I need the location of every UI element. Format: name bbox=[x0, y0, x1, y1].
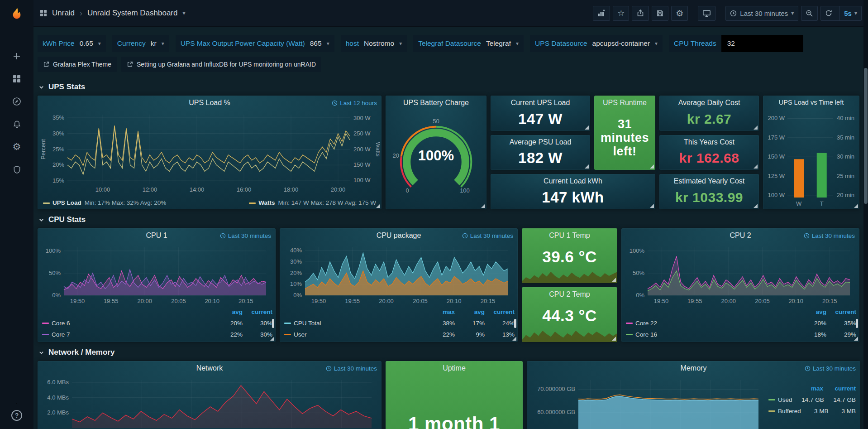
timerange-label: Last 12 hours bbox=[340, 100, 377, 106]
variable-host[interactable]: host Nostromo ▾ bbox=[341, 35, 407, 52]
cpu2-chart[interactable]: 19:5019:5520:0020:0520:1020:150%50%100% bbox=[623, 243, 856, 305]
legend-sort-max[interactable]: max bbox=[791, 385, 823, 392]
variable-value: Telegraf bbox=[486, 39, 511, 48]
variable-kwh-price[interactable]: kWh Price 0.65 ▾ bbox=[38, 35, 106, 52]
legend-row[interactable]: Core 2220%35% bbox=[626, 318, 856, 329]
panel-timerange[interactable]: Last 30 minutes bbox=[220, 232, 271, 239]
variable-telegraf-datasource[interactable]: Telegraf Datasource Telegraf ▾ bbox=[413, 35, 524, 52]
panel-average-daily-cost: Average Daily Cost kr 2.67 bbox=[659, 96, 759, 131]
panel-ups-runtime: UPS Runtime 31 minutes left! bbox=[594, 96, 655, 170]
network-chart[interactable]: 19:5019:5520:0020:0520:1020:152.0 MBs4.0… bbox=[39, 376, 378, 429]
legend-row[interactable]: User22%9%13% bbox=[284, 329, 515, 340]
legend-item[interactable]: WattsMin: 147 W Max: 278 W Avg: 175 W bbox=[249, 199, 376, 206]
panel-title[interactable]: Current UPS Load bbox=[491, 96, 590, 107]
ups-bar-chart[interactable]: 100 W125 W150 W175 W200 W20 min25 min30 … bbox=[764, 109, 858, 208]
legend-sort-avg[interactable]: avg bbox=[455, 308, 485, 315]
breadcrumb-section[interactable]: Unraid bbox=[52, 9, 75, 18]
template-variables-row: kWh Price 0.65 ▾ Currency kr ▾ UPS Max O… bbox=[38, 35, 864, 52]
cpu1-chart[interactable]: 19:5019:5520:0020:0520:1020:150%50%100% bbox=[39, 243, 272, 305]
memory-chart[interactable]: 19:5019:5520:0020:0520:1020:1550.000000 … bbox=[529, 376, 765, 429]
legend-sort-max[interactable]: max bbox=[425, 308, 455, 315]
legend-row[interactable]: Buffered3 MB3 MB bbox=[768, 405, 856, 417]
dashboard-grid-icon[interactable] bbox=[40, 10, 47, 17]
explore-icon[interactable] bbox=[6, 91, 27, 112]
link-grafana-plex-theme[interactable]: Grafana Plex Theme bbox=[38, 57, 117, 72]
add-panel-button[interactable] bbox=[593, 6, 610, 21]
legend-row[interactable]: Core 722%30% bbox=[42, 329, 272, 340]
dashboards-icon[interactable] bbox=[6, 68, 27, 89]
ups-load-legend: UPS LoadMin: 17% Max: 32% Avg: 20% Watts… bbox=[43, 199, 376, 206]
section-ups-stats[interactable]: UPS Stats bbox=[38, 78, 864, 96]
panel-title[interactable]: CPU 1 Temp bbox=[522, 228, 617, 240]
legend-row[interactable]: Core 1618%29% bbox=[626, 329, 856, 340]
panel-timerange[interactable]: Last 12 hours bbox=[332, 100, 377, 106]
grafana-logo[interactable] bbox=[9, 0, 25, 27]
cpu-package-chart[interactable]: 19:5019:5520:0020:0520:1020:150%10%20%30… bbox=[281, 243, 515, 305]
time-picker-button[interactable]: Last 30 minutes ▾ bbox=[725, 6, 798, 21]
panel-title[interactable]: Uptime bbox=[386, 361, 523, 372]
variable-currency[interactable]: Currency kr ▾ bbox=[112, 35, 169, 52]
link-ups-monitoring-guide[interactable]: Setting up Grafana and InfluxDB for UPS … bbox=[121, 57, 321, 72]
page-scrollbar[interactable] bbox=[863, 0, 868, 429]
panel-timerange[interactable]: Last 30 minutes bbox=[805, 365, 856, 372]
variable-ups-max-output[interactable]: UPS Max Output Power Capacity (Watt) 865… bbox=[176, 35, 334, 52]
chevron-down-icon[interactable]: ▾ bbox=[182, 10, 185, 16]
server-admin-icon[interactable] bbox=[6, 159, 27, 180]
panel-title[interactable]: Average PSU Load bbox=[491, 135, 590, 146]
panel-title[interactable]: This Years Cost bbox=[659, 135, 759, 146]
legend-sort-current[interactable]: current bbox=[826, 308, 856, 315]
panel-timerange[interactable]: Last 30 minutes bbox=[462, 232, 513, 239]
legend-sort-avg[interactable]: avg bbox=[213, 308, 243, 315]
scrollbar-thumb[interactable] bbox=[864, 68, 868, 204]
legend-row[interactable]: CPU Total38%17%24% bbox=[284, 318, 515, 329]
svg-text:0: 0 bbox=[405, 187, 409, 194]
stat-value: 147 kWh bbox=[491, 186, 655, 209]
cpu-panels-row: CPU 1 Last 30 minutes 19:5019:5520:0020:… bbox=[38, 228, 864, 342]
panel-title[interactable]: Current Load kWh bbox=[491, 174, 655, 185]
legend-item[interactable]: UPS LoadMin: 17% Max: 32% Avg: 20% bbox=[43, 199, 166, 206]
refresh-button[interactable] bbox=[821, 6, 836, 20]
star-button[interactable]: ☆ bbox=[613, 6, 629, 21]
legend-row[interactable]: Used14.7 GB14.7 GB bbox=[768, 394, 856, 405]
variable-label: UPS Max Output Power Capacity (Watt) bbox=[181, 39, 305, 48]
chevron-down-icon: ▾ bbox=[98, 40, 101, 47]
link-label: Grafana Plex Theme bbox=[53, 61, 111, 68]
zoom-out-button[interactable] bbox=[801, 6, 818, 21]
variable-ups-datasource[interactable]: UPS Datasource apcupsd-container ▾ bbox=[530, 35, 663, 52]
panel-title[interactable]: UPS Load % bbox=[38, 96, 382, 107]
svg-text:20:00: 20:00 bbox=[379, 298, 394, 304]
section-cpu-stats[interactable]: CPU Stats bbox=[38, 211, 864, 228]
refresh-interval-button[interactable]: 5s▾ bbox=[839, 6, 861, 20]
ups-load-chart[interactable]: 10:0012:0014:0016:0018:0020:0015%20%25%3… bbox=[39, 110, 380, 194]
refresh-picker: 5s▾ bbox=[820, 6, 862, 21]
panel-title[interactable]: UPS Battery Charge bbox=[386, 96, 486, 107]
create-icon[interactable] bbox=[6, 46, 27, 67]
legend-sort-current[interactable]: current bbox=[823, 385, 856, 392]
legend-sort-current[interactable]: current bbox=[485, 308, 515, 315]
svg-text:20:00: 20:00 bbox=[721, 298, 736, 304]
configuration-icon[interactable]: ⚙ bbox=[6, 136, 27, 157]
legend-sort-current[interactable]: current bbox=[243, 308, 272, 315]
panel-timerange[interactable]: Last 30 minutes bbox=[326, 365, 377, 372]
panel-title[interactable]: CPU 2 Temp bbox=[522, 287, 617, 299]
stat-value: 182 W bbox=[491, 147, 590, 170]
panel-title[interactable]: Average Daily Cost bbox=[659, 96, 759, 107]
save-button[interactable] bbox=[652, 6, 668, 21]
variable-value: 865 bbox=[310, 39, 322, 48]
legend-row[interactable]: Core 620%30% bbox=[42, 318, 272, 329]
section-network-memory[interactable]: Network / Memory bbox=[38, 344, 864, 361]
panel-timerange[interactable]: Last 30 minutes bbox=[804, 232, 855, 239]
cpu-threads-input[interactable]: 32 bbox=[721, 35, 803, 52]
breadcrumb-page[interactable]: Unraid System Dashboard bbox=[87, 9, 177, 18]
panel-title[interactable]: Estimated Yearly Cost bbox=[659, 174, 759, 185]
series-stats: Min: 147 W Max: 278 W Avg: 175 W bbox=[278, 199, 376, 206]
legend-sort-avg[interactable]: avg bbox=[796, 308, 826, 315]
tv-mode-button[interactable] bbox=[698, 6, 715, 21]
panel-title[interactable]: UPS Load vs Time left bbox=[763, 96, 859, 106]
alerting-icon[interactable] bbox=[6, 114, 27, 135]
share-button[interactable] bbox=[632, 6, 649, 21]
variable-value: 0.65 bbox=[80, 39, 93, 48]
svg-text:100%: 100% bbox=[46, 247, 61, 254]
dashboard-settings-button[interactable]: ⚙ bbox=[671, 6, 688, 21]
help-icon[interactable]: ? bbox=[11, 410, 22, 421]
